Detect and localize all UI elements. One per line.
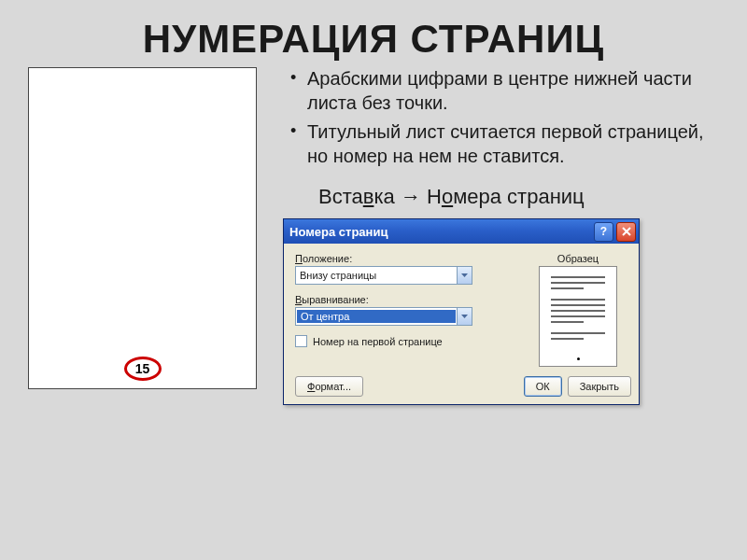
content-row: 15 Арабскими цифрами в центре нижней час… <box>0 62 747 405</box>
sample-line <box>551 310 605 312</box>
spacer <box>369 376 518 397</box>
sample-line <box>551 304 605 306</box>
sample-page-dot <box>577 357 580 360</box>
page-numbers-dialog: Номера страниц ? Положение: Внизу страни… <box>283 218 640 405</box>
slide-title: НУМЕРАЦИЯ СТРАНИЦ <box>0 0 747 62</box>
help-button[interactable]: ? <box>594 222 613 242</box>
dialog-body: Положение: Внизу страницы Выравнивание: … <box>284 244 639 372</box>
dialog-right: Образец <box>527 253 629 367</box>
ok-button[interactable]: ОК <box>524 376 562 397</box>
dialog-title: Номера страниц <box>289 225 388 239</box>
format-button[interactable]: Формат... <box>295 376 363 397</box>
btn-accel: Ф <box>307 381 315 392</box>
position-combo[interactable]: Внизу страницы <box>295 266 472 285</box>
btn-text: ормат... <box>315 381 351 392</box>
slide: НУМЕРАЦИЯ СТРАНИЦ 15 Арабскими цифрами в… <box>0 0 747 560</box>
close-icon[interactable] <box>616 222 636 242</box>
cancel-button[interactable]: Закрыть <box>568 376 631 397</box>
menu-arrow: → <box>395 185 427 208</box>
right-column: Арабскими цифрами в центре нижней части … <box>281 67 719 405</box>
page-preview: 15 <box>28 67 257 389</box>
sample-line <box>551 276 605 278</box>
chevron-down-icon[interactable] <box>457 308 472 325</box>
align-value: От центра <box>297 310 456 323</box>
sample-line <box>551 338 584 340</box>
dialog-footer: Формат... ОК Закрыть <box>284 372 639 404</box>
sample-line <box>551 299 605 301</box>
menu-accel: о <box>442 185 453 208</box>
align-label: Выравнивание: <box>295 294 527 305</box>
chevron-down-icon[interactable] <box>457 267 472 284</box>
menu-text: мера страниц <box>453 185 585 208</box>
bullet-item: Арабскими цифрами в центре нижней части … <box>287 67 719 115</box>
preview-sample <box>539 266 617 367</box>
align-combo[interactable]: От центра <box>295 307 472 326</box>
menu-text: Вста <box>318 185 363 208</box>
sample-line <box>551 287 584 289</box>
sample-line <box>551 282 605 284</box>
position-label: Положение: <box>295 253 527 264</box>
menu-text: Н <box>427 185 442 208</box>
dialog-left: Положение: Внизу страницы Выравнивание: … <box>295 253 527 367</box>
bullet-list: Арабскими цифрами в центре нижней части … <box>281 67 719 168</box>
sample-line <box>551 321 584 323</box>
label-accel: Н <box>313 336 320 347</box>
preview-label: Образец <box>527 253 629 264</box>
bullet-item: Титульный лист считается первой странице… <box>287 120 719 168</box>
page-number: 15 <box>135 361 150 376</box>
checkbox[interactable] <box>295 335 307 347</box>
dialog-titlebar[interactable]: Номера страниц ? <box>284 219 639 244</box>
label-text: оложение: <box>303 253 352 264</box>
menu-path: Вставка → Номера страниц <box>281 185 719 209</box>
label-text: ыравнивание: <box>302 294 368 305</box>
first-page-checkbox-row[interactable]: Номер на первой странице <box>295 335 527 347</box>
sample-line <box>551 315 605 317</box>
position-value: Внизу страницы <box>296 270 457 281</box>
menu-accel: в <box>363 185 374 208</box>
label-accel: П <box>295 253 303 264</box>
label-text: омер на первой странице <box>320 336 443 347</box>
sample-line <box>551 332 605 334</box>
checkbox-label: Номер на первой странице <box>313 336 443 347</box>
page-number-highlight: 15 <box>124 357 162 381</box>
menu-text: ка <box>374 185 394 208</box>
